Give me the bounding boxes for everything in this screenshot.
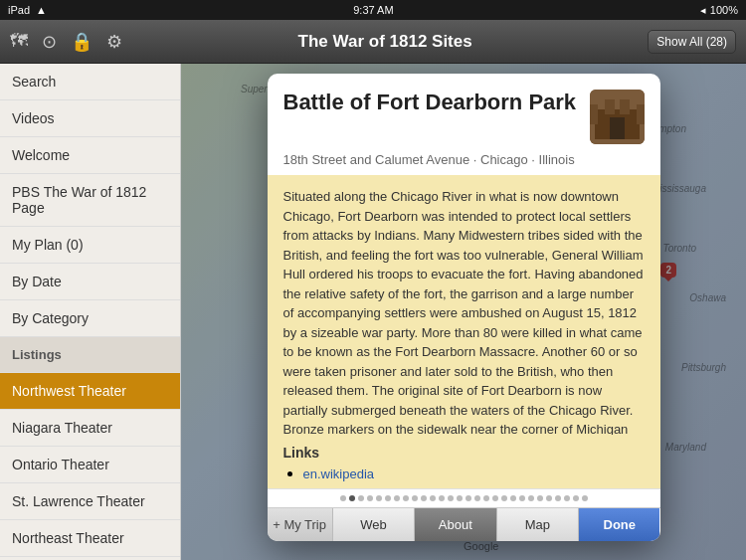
sidebar-item-northeast-theater[interactable]: Northeast Theater <box>0 520 180 557</box>
pagination-dot-8[interactable] <box>412 495 418 501</box>
pagination-dot-27[interactable] <box>582 495 588 501</box>
pagination-dot-5[interactable] <box>385 495 391 501</box>
pagination-dot-19[interactable] <box>510 495 516 501</box>
nav-bar: 🗺 ⊙ 🔒 ⚙ The War of 1812 Sites Show All (… <box>0 20 746 64</box>
map-area[interactable]: Superior Brampton Mississauga Toronto Os… <box>181 64 746 560</box>
sidebar-item-northwest-theater[interactable]: Northwest Theater <box>0 373 180 410</box>
pagination-dot-18[interactable] <box>501 495 507 501</box>
pagination-dot-25[interactable] <box>564 495 570 501</box>
pagination-dot-6[interactable] <box>394 495 400 501</box>
modal-subtitle: 18th Street and Calumet Avenue · Chicago… <box>268 152 660 175</box>
pagination-dot-13[interactable] <box>457 495 463 501</box>
sidebar-section-listings: Listings <box>0 337 180 373</box>
map-button[interactable]: Map <box>497 508 579 541</box>
pagination-dot-10[interactable] <box>430 495 436 501</box>
modal-body[interactable]: Situated along the Chicago River in what… <box>268 175 660 435</box>
sidebar: Search Videos Welcome PBS The War of 181… <box>0 64 181 560</box>
about-button[interactable]: About <box>415 508 496 541</box>
pagination-dot-22[interactable] <box>537 495 543 501</box>
pagination-dot-2[interactable] <box>358 495 364 501</box>
pagination-dot-26[interactable] <box>573 495 579 501</box>
status-bar: iPad ▲ 9:37 AM ◂ 100% <box>0 0 746 20</box>
compass-icon[interactable]: ⊙ <box>42 31 57 53</box>
sidebar-item-pbs[interactable]: PBS The War of 1812 Page <box>0 174 180 227</box>
web-button[interactable]: Web <box>333 508 415 541</box>
pagination-dot-21[interactable] <box>528 495 534 501</box>
svg-rect-6 <box>637 104 645 124</box>
sidebar-item-welcome[interactable]: Welcome <box>0 137 180 174</box>
pagination-dot-17[interactable] <box>492 495 498 501</box>
main-layout: Search Videos Welcome PBS The War of 181… <box>0 64 746 560</box>
nav-right: Show All (28) <box>648 30 736 54</box>
pagination-dots <box>268 488 660 507</box>
settings-icon[interactable]: ⚙ <box>106 31 122 53</box>
pagination-dot-16[interactable] <box>483 495 489 501</box>
pagination-dot-11[interactable] <box>439 495 445 501</box>
pagination-dot-12[interactable] <box>448 495 454 501</box>
done-button[interactable]: Done <box>579 508 659 541</box>
pagination-dot-24[interactable] <box>555 495 561 501</box>
svg-rect-3 <box>620 99 630 114</box>
modal-title: Battle of Fort Dearborn Park <box>283 90 577 115</box>
sidebar-item-search[interactable]: Search <box>0 64 180 100</box>
sidebar-item-st-lawrence-theater[interactable]: St. Lawrence Theater <box>0 483 180 520</box>
sidebar-item-my-plan[interactable]: My Plan (0) <box>0 227 180 264</box>
modal-footer: + My Trip Web About Map Done <box>268 507 660 541</box>
sidebar-item-videos[interactable]: Videos <box>0 100 180 137</box>
detail-modal: Battle of Fort Dearborn Park <box>268 74 660 541</box>
modal-header: Battle of Fort Dearborn Park <box>268 74 660 152</box>
pagination-dot-20[interactable] <box>519 495 525 501</box>
location-icon: ◂ <box>700 4 706 17</box>
pagination-dot-3[interactable] <box>367 495 373 501</box>
modal-body-text: Situated along the Chicago River in what… <box>283 187 645 435</box>
wifi-icon: ▲ <box>36 4 47 16</box>
sidebar-item-ontario-theater[interactable]: Ontario Theater <box>0 447 180 483</box>
lock-icon[interactable]: 🔒 <box>71 31 93 53</box>
map-icon[interactable]: 🗺 <box>10 31 28 52</box>
pagination-dot-9[interactable] <box>421 495 427 501</box>
pagination-dot-23[interactable] <box>546 495 552 501</box>
modal-overlay: Battle of Fort Dearborn Park <box>181 64 746 560</box>
wikipedia-link[interactable]: en.wikipedia <box>303 467 375 481</box>
pagination-dot-0[interactable] <box>340 495 346 501</box>
status-left: iPad ▲ <box>8 4 47 16</box>
sidebar-item-by-date[interactable]: By Date <box>0 264 180 300</box>
status-right: ◂ 100% <box>700 4 738 17</box>
my-trip-button[interactable]: + My Trip <box>268 508 333 541</box>
sidebar-item-by-category[interactable]: By Category <box>0 300 180 337</box>
battery-label: 100% <box>710 4 738 16</box>
sidebar-item-niagara-theater[interactable]: Niagara Theater <box>0 410 180 447</box>
links-heading: Links <box>283 445 645 461</box>
svg-rect-2 <box>605 99 615 114</box>
pagination-dot-14[interactable] <box>466 495 471 501</box>
pagination-dot-15[interactable] <box>474 495 480 501</box>
svg-rect-4 <box>610 117 625 139</box>
svg-rect-5 <box>590 104 598 124</box>
pagination-dot-4[interactable] <box>376 495 382 501</box>
pagination-dot-7[interactable] <box>403 495 409 501</box>
modal-links-section: Links en.wikipedia <box>268 435 660 488</box>
pagination-dot-1[interactable] <box>349 495 355 501</box>
time-label: 9:37 AM <box>353 4 393 16</box>
nav-icons-left: 🗺 ⊙ 🔒 ⚙ <box>10 31 122 53</box>
carrier-label: iPad <box>8 4 30 16</box>
show-all-button[interactable]: Show All (28) <box>648 30 736 54</box>
modal-thumbnail <box>590 90 645 144</box>
nav-title: The War of 1812 Sites <box>122 32 648 52</box>
